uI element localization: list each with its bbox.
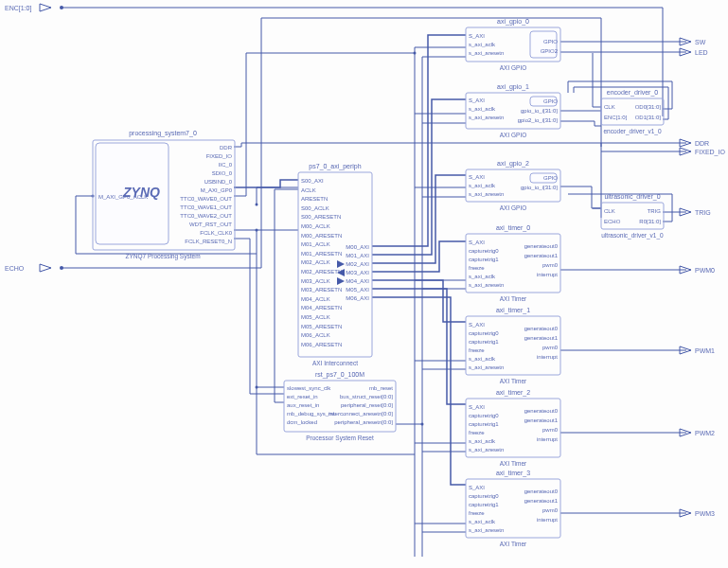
svg-text:peripheral_aresetn[0:0]: peripheral_aresetn[0:0] [334, 419, 393, 425]
svg-text:CLK: CLK [604, 104, 615, 110]
encoder-driver: encoder_driver_0 CLKENC[1:0]OD0[31:0]OD1… [601, 89, 664, 135]
axi-gpio-1: axi_gpio_1 S_AXIs_axi_aclks_axi_aresetnG… [466, 83, 560, 138]
svg-text:PWM0: PWM0 [695, 267, 715, 274]
ultrasonic-driver: ultrasonic_driver_0 CLKECHOTRIGR0[31:0] … [601, 193, 664, 240]
svg-text:M02_ARESETN: M02_ARESETN [301, 269, 342, 275]
svg-text:capturetrig1: capturetrig1 [469, 421, 499, 427]
ext-enc: ENC[1:0] [5, 5, 31, 12]
svg-text:s_axi_aclk: s_axi_aclk [469, 356, 496, 362]
svg-text:dcm_locked: dcm_locked [287, 419, 317, 425]
svg-text:M03_ARESETN: M03_ARESETN [301, 287, 342, 293]
svg-text:ext_reset_in: ext_reset_in [287, 394, 318, 399]
svg-text:S_AXI: S_AXI [469, 33, 485, 39]
svg-text:generateout0: generateout0 [524, 488, 559, 494]
svg-marker-77 [337, 277, 345, 285]
svg-text:s_axi_aclk: s_axi_aclk [469, 519, 496, 524]
right-externals: SW LED DDR FIXED_IO TRIG PWM0 PWM1 PWM2 … [680, 38, 725, 517]
svg-text:s_axi_aresetn: s_axi_aresetn [469, 115, 504, 120]
svg-text:DDR: DDR [695, 140, 709, 147]
svg-text:AXI Timer: AXI Timer [500, 541, 527, 547]
svg-text:LED: LED [695, 49, 708, 56]
axi-gpio-2: axi_gpio_2 S_AXIs_axi_aclks_axi_aresetnG… [466, 160, 560, 211]
svg-text:S_AXI: S_AXI [469, 98, 485, 103]
svg-text:FCLK_CLK0: FCLK_CLK0 [200, 230, 232, 236]
svg-text:mb_reset: mb_reset [369, 385, 393, 391]
svg-text:s_axi_aclk: s_axi_aclk [469, 183, 496, 188]
svg-text:AXI GPIO: AXI GPIO [500, 204, 527, 211]
svg-text:OD0[31:0]: OD0[31:0] [635, 104, 662, 110]
svg-text:M03_AXI: M03_AXI [346, 270, 369, 275]
svg-text:pwm0: pwm0 [542, 507, 559, 513]
axi-timer-1: axi_timer_1 S_AXIcapturetrig0capturetrig… [466, 307, 560, 384]
svg-text:M_AXI_GP0: M_AXI_GP0 [201, 187, 233, 193]
svg-text:M00_ARESETN: M00_ARESETN [301, 233, 342, 239]
svg-text:freeze: freeze [469, 430, 485, 435]
svg-text:R0[31:0]: R0[31:0] [639, 219, 661, 224]
svg-text:generateout1: generateout1 [524, 498, 559, 504]
svg-text:M03_ACLK: M03_ACLK [301, 278, 330, 284]
svg-text:PWM3: PWM3 [695, 510, 715, 517]
svg-point-2 [60, 266, 63, 270]
svg-text:ultrasonic_driver_v1_0: ultrasonic_driver_v1_0 [601, 232, 664, 240]
svg-text:SDIO_0: SDIO_0 [212, 170, 233, 176]
svg-text:capturetrig0: capturetrig0 [469, 330, 499, 336]
svg-text:PWM1: PWM1 [695, 347, 715, 354]
svg-text:M05_AXI: M05_AXI [346, 287, 369, 293]
svg-text:S_AXI: S_AXI [469, 322, 485, 328]
svg-text:ps7_0_axi_periph: ps7_0_axi_periph [309, 163, 361, 170]
svg-text:TTC0_WAVE0_OUT: TTC0_WAVE0_OUT [180, 196, 232, 202]
svg-point-7 [421, 423, 424, 426]
svg-text:encoder_driver_0: encoder_driver_0 [607, 89, 659, 97]
svg-text:FIXED_IO: FIXED_IO [695, 149, 725, 156]
svg-text:M02_AXI: M02_AXI [346, 261, 369, 267]
svg-rect-180 [601, 203, 664, 229]
svg-text:gpio_io_i[31:0]: gpio_io_i[31:0] [521, 185, 558, 190]
svg-text:s_axi_aresetn: s_axi_aresetn [469, 50, 504, 56]
svg-text:interrupt: interrupt [537, 436, 558, 442]
svg-text:s_axi_aresetn: s_axi_aresetn [469, 282, 504, 288]
svg-text:TRIG: TRIG [648, 208, 662, 214]
svg-text:TTC0_WAVE2_OUT: TTC0_WAVE2_OUT [180, 213, 232, 219]
svg-text:AXI Timer: AXI Timer [500, 460, 527, 467]
svg-text:axi_gpio_0: axi_gpio_0 [497, 18, 529, 26]
svg-text:GPIO: GPIO [543, 175, 558, 181]
svg-text:M06_AXI: M06_AXI [346, 295, 369, 301]
svg-text:AXI GPIO: AXI GPIO [500, 132, 527, 138]
svg-text:ZYNQ7 Processing System: ZYNQ7 Processing System [125, 253, 200, 260]
svg-text:WDT_RST_OUT: WDT_RST_OUT [189, 222, 232, 227]
svg-text:encoder_driver_v1_0: encoder_driver_v1_0 [603, 128, 661, 135]
svg-point-3 [256, 229, 258, 232]
svg-text:AXI Timer: AXI Timer [500, 378, 527, 384]
svg-text:AXI Interconnect: AXI Interconnect [312, 360, 358, 366]
svg-text:M05_ARESETN: M05_ARESETN [301, 324, 342, 329]
svg-text:M00_AXI: M00_AXI [346, 244, 369, 250]
svg-text:FIXED_IO: FIXED_IO [206, 153, 233, 159]
svg-text:interrupt: interrupt [537, 354, 558, 360]
svg-text:capturetrig1: capturetrig1 [469, 502, 499, 507]
svg-text:generateout0: generateout0 [524, 243, 559, 249]
svg-text:AXI Timer: AXI Timer [500, 295, 527, 302]
svg-text:rst_ps7_0_100M: rst_ps7_0_100M [315, 371, 364, 379]
svg-text:capturetrig0: capturetrig0 [469, 413, 499, 418]
svg-point-8 [256, 386, 258, 389]
svg-text:S_AXI: S_AXI [469, 485, 485, 490]
svg-text:S_AXI: S_AXI [469, 404, 485, 410]
svg-text:generateout1: generateout1 [524, 253, 559, 258]
svg-point-4 [256, 204, 258, 206]
svg-marker-9 [40, 4, 51, 11]
svg-text:USBIND_0: USBIND_0 [204, 179, 233, 185]
svg-text:ACLK: ACLK [301, 187, 316, 193]
axi-timer-2: axi_timer_2 S_AXIcapturetrig0capturetrig… [466, 389, 560, 467]
svg-text:S_AXI: S_AXI [469, 174, 485, 180]
svg-text:Processor System Reset: Processor System Reset [306, 435, 374, 442]
svg-text:M01_ARESETN: M01_ARESETN [301, 251, 342, 257]
svg-text:IIC_0: IIC_0 [219, 162, 233, 168]
svg-text:TTC0_WAVE1_OUT: TTC0_WAVE1_OUT [180, 204, 232, 210]
svg-text:generateout0: generateout0 [524, 408, 559, 414]
svg-text:s_axi_aresetn: s_axi_aresetn [469, 527, 504, 533]
axi-interconnect-block: ps7_0_axi_periph S00_AXIACLKARESETNS00_A… [298, 163, 372, 366]
svg-point-5 [414, 52, 417, 55]
axi-gpio-0: axi_gpio_0 S_AXIs_axi_aclks_axi_aresetnG… [466, 18, 560, 71]
svg-text:FCLK_RESET0_N: FCLK_RESET0_N [185, 239, 232, 244]
svg-text:s_axi_aresetn: s_axi_aresetn [469, 364, 504, 370]
